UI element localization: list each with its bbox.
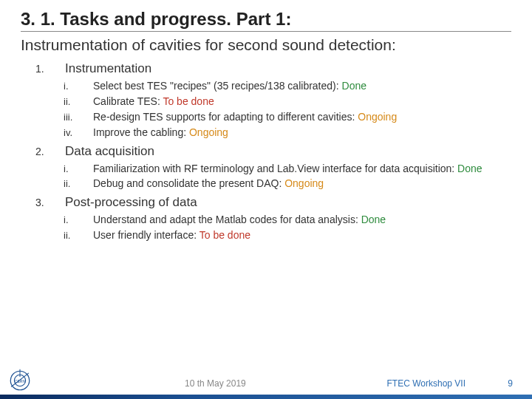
status-done: Done [342,80,366,92]
list-item: ii. User friendly interface: To be done [64,228,511,242]
footer-accent-strip [0,395,532,399]
list-item: i. Familiarization with RF terminology a… [64,162,511,176]
section-items: i. Select best TES "recipes" (35 recipes… [35,79,511,140]
section-post-processing: 3. Post-processing of data i. Understand… [35,195,511,242]
section-items: i. Understand and adapt the Matlab codes… [35,213,511,242]
status-todo: To be done [200,229,250,241]
list-item: ii. Calibrate TES: To be done [64,95,511,109]
item-text: Familiarization with RF terminology and … [93,162,482,176]
section-head: 1. Instrumentation [35,61,511,76]
status-done: Done [457,163,482,174]
list-item: iv. Improve the cabling: Ongoing [64,126,511,140]
slide-title: 3. 1. Tasks and progress. Part 1: [21,9,511,30]
slide-subtitle: Instrumentation of cavities for second s… [21,36,511,54]
item-body: Familiarization with RF terminology and … [93,163,457,174]
item-number: i. [64,163,93,176]
item-body: Improve the cabling: [93,126,189,138]
section-head: 3. Post-processing of data [35,195,511,210]
item-number: ii. [64,95,93,109]
footer-page-number: 9 [508,378,513,389]
item-body: Calibrate TES: [93,95,163,107]
section-instrumentation: 1. Instrumentation i. Select best TES "r… [35,61,511,140]
section-label: Post-processing of data [65,195,197,210]
list-item: i. Select best TES "recipes" (35 recipes… [64,79,511,93]
status-ongoing: Ongoing [189,126,228,138]
status-todo: To be done [163,95,214,107]
title-rule [21,31,511,32]
list-item: ii. Debug and consolidate the present DA… [64,177,511,191]
item-text: Debug and consolidate the present DAQ: O… [93,177,324,191]
section-number: 3. [35,197,65,208]
item-text: Re-design TES supports for adapting to d… [93,110,397,124]
item-text: Improve the cabling: Ongoing [93,126,228,140]
footer: CERN 10 th May 2019 FTEC Workshop VII 9 [0,366,532,399]
item-body: Select best TES "recipes" (35 recipes/13… [93,80,342,92]
section-data-acquisition: 2. Data acquisition i. Familiarization w… [35,144,511,191]
item-body: Understand and adapt the Matlab codes fo… [93,214,361,225]
item-number: iv. [64,126,93,140]
item-text: Select best TES "recipes" (35 recipes/13… [93,79,366,93]
status-ongoing: Ongoing [284,177,324,189]
item-body: Debug and consolidate the present DAQ: [93,177,284,189]
cern-logo-icon: CERN [7,368,33,393]
item-number: i. [64,80,93,93]
item-body: Re-design TES supports for adapting to d… [93,111,358,123]
section-number: 1. [35,63,65,75]
item-text: Understand and adapt the Matlab codes fo… [93,213,386,227]
item-text: User friendly interface: To be done [93,228,250,242]
item-body: User friendly interface: [93,229,200,241]
footer-event: FTEC Workshop VII [387,378,466,389]
section-items: i. Familiarization with RF terminology a… [35,162,511,191]
slide: 3. 1. Tasks and progress. Part 1: Instru… [0,0,532,399]
item-text: Calibrate TES: To be done [93,95,214,109]
section-head: 2. Data acquisition [35,144,511,159]
list-item: i. Understand and adapt the Matlab codes… [64,213,511,227]
section-label: Instrumentation [65,61,151,76]
status-done: Done [361,214,386,225]
status-ongoing: Ongoing [358,111,397,123]
logo-text: CERN [15,379,26,383]
item-number: iii. [64,111,93,124]
item-number: i. [64,214,93,227]
section-number: 2. [35,146,65,157]
footer-date: 10 th May 2019 [185,378,246,389]
item-number: ii. [64,177,93,191]
item-number: ii. [64,229,93,242]
content: 1. Instrumentation i. Select best TES "r… [21,61,511,242]
section-label: Data acquisition [65,144,154,159]
list-item: iii. Re-design TES supports for adapting… [64,110,511,124]
